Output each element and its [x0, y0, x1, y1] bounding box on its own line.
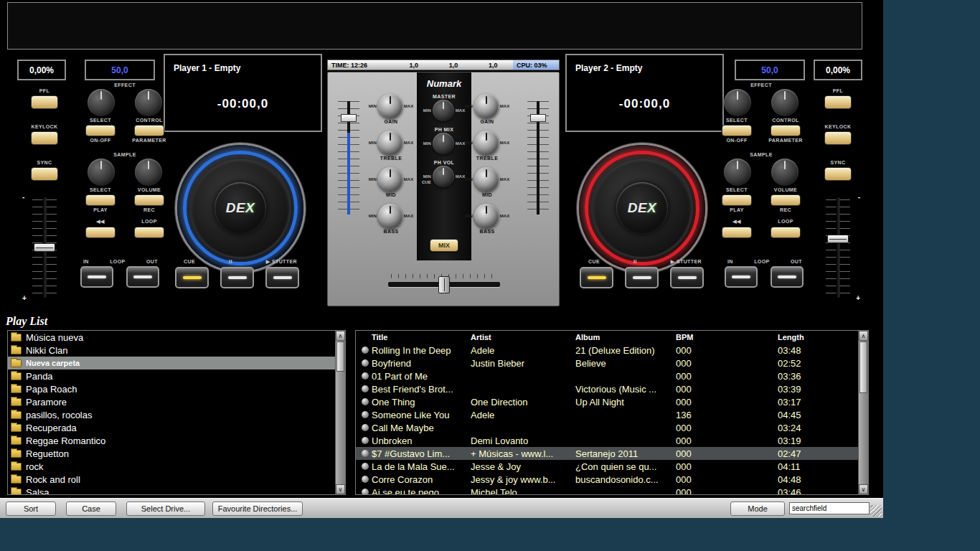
channel2-volume-fader[interactable] [527, 101, 549, 215]
deck1-pitch-fader-handle[interactable] [34, 243, 55, 252]
mid-knob-ch2[interactable] [474, 167, 499, 192]
folder-scrollbar[interactable]: ∧ ∨ [335, 331, 345, 494]
master-knob[interactable] [433, 100, 454, 121]
deck2-sample-play-button[interactable] [722, 194, 752, 206]
track-row[interactable]: Best Friend's Brot...Victorious (Music .… [356, 382, 858, 395]
deck2-pfl-button[interactable] [824, 95, 852, 109]
favourite-directories-button[interactable]: Favourite Directories... [212, 501, 303, 516]
column-header-artist[interactable]: Artist [471, 333, 575, 342]
deck2-keylock-button[interactable] [824, 131, 852, 145]
deck1-pitch-fader[interactable]: - + [29, 197, 60, 298]
folder-item[interactable]: Nikki Clan [8, 344, 335, 357]
ph-vol-knob[interactable] [433, 166, 454, 187]
deck1-loop-out-button[interactable] [126, 266, 159, 288]
folder-item[interactable]: Papa Roach [8, 382, 335, 395]
deck2-loop-in-button[interactable] [725, 266, 758, 288]
deck2-effect-onoff-button[interactable] [722, 125, 752, 136]
bass-knob-ch2[interactable] [474, 204, 499, 228]
deck1-stutter-button[interactable] [265, 267, 299, 288]
mode-button[interactable]: Mode [730, 501, 785, 516]
deck2-sync-button[interactable] [824, 167, 852, 181]
deck1-sample-rec-button[interactable] [134, 194, 164, 206]
track-scrollbar-thumb[interactable] [859, 342, 867, 393]
track-row[interactable]: UnbrokenDemi Lovanto00003:19 [356, 434, 858, 447]
track-scrollbar[interactable]: ∧ ∨ [858, 331, 868, 494]
sort-button[interactable]: Sort [6, 501, 56, 516]
resize-grip-icon[interactable] [870, 505, 882, 517]
folder-item[interactable]: Reggae Romantico [8, 434, 335, 447]
bass-knob-ch1[interactable] [378, 204, 402, 228]
deck2-jog-wheel[interactable]: DEX [579, 145, 705, 271]
track-row[interactable]: Ai se eu te pegoMichel Telo00003:46 [356, 486, 858, 494]
deck1-effect-onoff-button[interactable] [85, 125, 116, 136]
gain-knob-ch2[interactable] [474, 94, 499, 118]
select-drive-button[interactable]: Select Drive... [126, 501, 205, 516]
track-row[interactable]: Call Me Maybe00003:24 [356, 421, 858, 434]
track-row[interactable]: Corre CorazonJessy & joy www.b...buscand… [356, 473, 858, 486]
deck2-pause-button[interactable] [625, 267, 659, 288]
deck1-sync-button[interactable] [31, 167, 58, 181]
folder-item[interactable]: Paramore [8, 395, 335, 408]
deck1-loop-in-button[interactable] [80, 266, 113, 288]
scroll-down-icon[interactable]: ∨ [859, 484, 868, 494]
track-row[interactable]: One ThingOne DirectionUp All Night00003:… [356, 395, 858, 408]
folder-scrollbar-thumb[interactable] [336, 342, 344, 372]
search-input[interactable] [789, 502, 870, 514]
folder-item[interactable]: Música nueva [8, 331, 335, 344]
channel1-volume-fader[interactable] [338, 101, 359, 215]
track-row[interactable]: La de la Mala Sue...Jesse & Joy¿Con quie… [356, 460, 858, 473]
deck1-keylock-button[interactable] [31, 131, 58, 145]
gain-knob-ch1[interactable] [378, 94, 402, 118]
deck1-pause-button[interactable] [220, 267, 254, 288]
channel1-fader-handle[interactable] [341, 114, 357, 122]
column-header-title[interactable]: Title [362, 333, 471, 342]
deck2-sample-select-knob[interactable] [724, 159, 751, 186]
mid-knob-ch1[interactable] [378, 167, 402, 192]
column-header-bpm[interactable]: BPM [676, 333, 778, 342]
folder-item[interactable]: pasillos, rocolas [8, 408, 335, 421]
deck2-effect-parameter-button[interactable] [771, 125, 801, 136]
ph-mix-knob[interactable] [433, 133, 454, 154]
deck1-loop-double-button[interactable] [134, 227, 164, 238]
deck2-cue-button[interactable] [580, 267, 613, 288]
deck2-sample-volume-knob[interactable] [771, 159, 798, 186]
track-row[interactable]: Rolling In the DeepAdele21 (Deluxe Editi… [356, 344, 858, 357]
column-header-length[interactable]: Length [778, 333, 868, 342]
deck2-effect-select-knob[interactable] [724, 89, 751, 116]
deck1-effect-parameter-button[interactable] [134, 125, 164, 136]
deck2-sample-rec-button[interactable] [771, 194, 801, 206]
scroll-up-icon[interactable]: ∧ [336, 331, 345, 341]
treble-knob-ch1[interactable] [378, 131, 402, 155]
treble-knob-ch2[interactable] [474, 131, 499, 155]
folder-item[interactable]: Rock and roll [8, 473, 335, 486]
deck1-sample-select-knob[interactable] [88, 159, 115, 186]
channel2-fader-handle[interactable] [530, 114, 546, 122]
folder-item[interactable]: Recuperada [8, 421, 335, 434]
deck1-sample-play-button[interactable] [85, 194, 116, 206]
scroll-up-icon[interactable]: ∧ [859, 331, 868, 341]
mix-button[interactable]: MIX [430, 239, 458, 252]
deck1-jog-wheel[interactable]: DEX [177, 145, 303, 271]
deck1-loop-half-button[interactable] [85, 227, 116, 238]
deck2-effect-control-knob[interactable] [771, 89, 798, 116]
column-header-album[interactable]: Album [575, 333, 676, 342]
crossfader[interactable] [388, 274, 500, 294]
deck1-effect-control-knob[interactable] [135, 89, 162, 116]
deck2-loop-out-button[interactable] [771, 266, 804, 288]
deck1-effect-select-knob[interactable] [88, 89, 115, 116]
track-row[interactable]: $7 #Gustavo Lim...+ Músicas - www.l...Se… [356, 447, 858, 460]
deck2-pitch-fader[interactable]: - + [822, 197, 854, 298]
deck1-pfl-button[interactable] [31, 95, 58, 109]
folder-item[interactable]: Nueva carpeta [8, 357, 335, 369]
track-row[interactable]: BoyfriendJustin BieberBelieve00002:52 [356, 357, 858, 369]
scroll-down-icon[interactable]: ∨ [336, 484, 345, 494]
deck2-loop-half-button[interactable] [722, 227, 752, 238]
case-button[interactable]: Case [66, 501, 116, 516]
folder-item[interactable]: Reguetton [8, 447, 335, 460]
folder-item[interactable]: rock [8, 460, 335, 473]
folder-item[interactable]: Salsa [8, 486, 335, 494]
track-row[interactable]: 01 Part of Me00003:36 [356, 369, 858, 382]
folder-item[interactable]: Panda [8, 369, 335, 382]
deck1-cue-button[interactable] [175, 267, 209, 288]
deck2-loop-double-button[interactable] [771, 227, 801, 238]
